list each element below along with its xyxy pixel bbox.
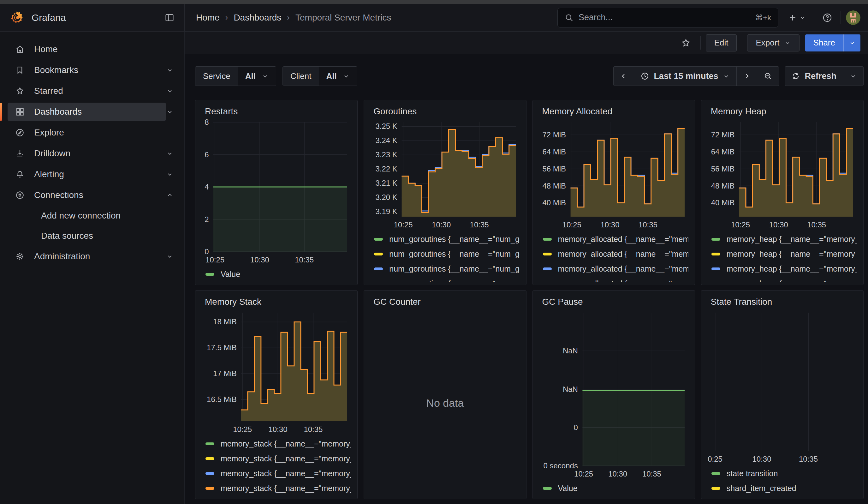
legend-item[interactable]: memory_allocated {__name__="memo <box>543 232 689 247</box>
time-range-picker[interactable]: Last 15 minutes <box>634 66 736 85</box>
panel-title[interactable]: GC Counter <box>373 297 519 307</box>
chart-plot[interactable]: 3.25 K3.24 K3.23 K3.22 K3.21 K3.20 K3.19… <box>371 120 519 229</box>
chart-plot[interactable]: 72 MiB64 MiB56 MiB48 MiB40 MiB10:2510:30… <box>540 120 688 229</box>
legend-item[interactable]: memory_heap {__name__="memory_h <box>711 232 857 247</box>
legend-item[interactable]: memory_heap {__name__="memory_h <box>711 261 857 276</box>
sidebar-item-connections[interactable]: Connections <box>4 185 175 205</box>
sidebar-item-add-new-connection[interactable]: Add new connection <box>4 206 175 225</box>
dashboard-main: Edit Export Share Service All <box>185 32 868 504</box>
search-input[interactable]: Search... ⌘+k <box>557 8 778 28</box>
legend-item[interactable]: memory_allocated {__name__="memo <box>543 261 689 276</box>
help-icon[interactable] <box>819 13 836 23</box>
panel-title[interactable]: GC Pause <box>542 297 689 307</box>
avatar[interactable] <box>846 10 860 25</box>
legend-color-chip <box>206 472 214 475</box>
chevron-down-icon <box>784 40 791 47</box>
legend-item[interactable]: memory_allocated {__name__="memo <box>543 276 689 282</box>
legend-item[interactable]: shard_item_created <box>711 481 857 496</box>
chart-canvas <box>202 120 350 264</box>
legend-item[interactable]: memory_stack {__name__="memory_s <box>206 436 351 451</box>
share-button[interactable]: Share <box>805 34 844 51</box>
sidebar-item-alerting[interactable]: Alerting <box>4 164 175 184</box>
legend-item[interactable]: num_goroutines {__name__="num_go <box>374 232 519 247</box>
sidebar-item-drilldown[interactable]: Drilldown <box>4 143 175 164</box>
search-icon <box>565 13 574 22</box>
chevron-down-icon[interactable] <box>166 150 175 157</box>
sidebar-item-data-sources[interactable]: Data sources <box>4 226 175 246</box>
panel-title[interactable]: Goroutines <box>373 106 519 116</box>
panel-title[interactable]: State Transition <box>711 297 857 307</box>
time-shift-forward-button[interactable] <box>736 66 757 85</box>
legend-color-chip <box>206 487 214 490</box>
legend-color-chip <box>374 238 383 240</box>
legend-item[interactable]: memory_stack {__name__="memory_s <box>206 466 351 481</box>
add-new-button[interactable] <box>785 13 809 22</box>
legend-color-chip <box>711 487 720 490</box>
y-axis-label: 48 MiB <box>708 182 735 191</box>
panel-memory-allocated: Memory Allocated 72 MiB64 MiB56 MiB48 Mi… <box>533 100 695 285</box>
export-button[interactable]: Export <box>747 34 799 51</box>
chart-plot[interactable]: 8642010:2510:3010:35 <box>202 120 350 264</box>
sidebar-item-explore[interactable]: Explore <box>4 123 175 143</box>
bell-icon <box>14 169 25 179</box>
legend-item[interactable]: memory_stack {__name__="memory_s <box>206 481 351 496</box>
sidebar-item-dashboards[interactable]: Dashboards <box>4 102 175 122</box>
service-filter-value[interactable]: All <box>238 66 276 85</box>
legend-item[interactable]: Value <box>543 481 689 496</box>
panel-title[interactable]: Memory Allocated <box>542 106 689 116</box>
legend-item[interactable]: memory_stack {__name__="memory_s <box>206 451 351 466</box>
home-icon <box>14 44 25 54</box>
sidebar-item-home[interactable]: Home <box>4 39 175 59</box>
favorite-star-icon[interactable] <box>676 38 695 48</box>
zoom-out-button[interactable] <box>757 66 779 85</box>
legend-item[interactable]: state transition <box>711 466 857 481</box>
panel-title[interactable]: Memory Stack <box>205 297 351 307</box>
breadcrumb-home[interactable]: Home <box>196 13 220 23</box>
time-shift-back-button[interactable] <box>613 66 634 85</box>
refresh-icon <box>791 72 800 81</box>
x-axis-label: 10:30 <box>250 256 269 264</box>
y-axis-label: 6 <box>202 150 209 159</box>
chevron-down-icon[interactable] <box>166 171 175 178</box>
x-axis-label: 10:30 <box>432 220 451 229</box>
mega-menu-collapse-icon[interactable] <box>164 12 175 23</box>
refresh-interval-caret[interactable] <box>843 66 863 85</box>
panel-memory-heap: Memory Heap 72 MiB64 MiB56 MiB48 MiB40 M… <box>701 100 864 285</box>
sidebar-item-starred[interactable]: Starred <box>4 81 175 101</box>
legend-label: memory_stack {__name__="memory_s <box>221 454 351 463</box>
chevron-down-icon[interactable] <box>166 108 175 116</box>
chevron-up-icon[interactable] <box>166 192 175 199</box>
legend-item[interactable]: num_goroutines {__name__="num_go <box>374 276 519 282</box>
chevron-down-icon[interactable] <box>166 87 175 95</box>
refresh-button[interactable]: Refresh <box>785 66 843 85</box>
grafana-logo[interactable] <box>9 10 24 25</box>
share-dropdown-caret[interactable] <box>844 34 860 51</box>
chart-plot[interactable]: NaNNaN00 seconds10:2510:3010:35 <box>540 310 688 479</box>
sidebar-item-administration[interactable]: Administration <box>4 246 175 267</box>
y-axis-label: 2 <box>202 215 209 224</box>
panel-title[interactable]: Memory Heap <box>711 106 857 116</box>
breadcrumb: Home › Dashboards › Temporal Server Metr… <box>196 4 391 31</box>
sidebar-item-bookmarks[interactable]: Bookmarks <box>4 60 175 80</box>
x-axis-label: 10:35 <box>295 256 314 264</box>
chevron-down-icon <box>723 72 730 80</box>
client-filter-value[interactable]: All <box>319 66 356 85</box>
legend-item[interactable]: memory_heap {__name__="memory_h <box>711 247 857 261</box>
app-title[interactable]: Grafana <box>32 12 66 23</box>
legend-item[interactable]: num_goroutines {__name__="num_go <box>374 261 519 276</box>
legend-item[interactable]: Value <box>206 267 351 282</box>
x-axis-label: 10:30 <box>268 425 287 434</box>
chart-plot[interactable]: 72 MiB64 MiB56 MiB48 MiB40 MiB10:2510:30… <box>708 120 856 229</box>
legend-item[interactable]: num_goroutines {__name__="num_go <box>374 247 519 261</box>
legend-item[interactable]: memory_heap {__name__="memory_h <box>711 276 857 282</box>
panel-title[interactable]: Restarts <box>205 106 351 116</box>
breadcrumb-dashboards[interactable]: Dashboards <box>234 13 281 23</box>
chart-plot[interactable]: 18 MiB17.5 MiB17 MiB16.5 MiB10:2510:3010… <box>202 310 350 434</box>
chevron-down-icon[interactable] <box>166 253 175 260</box>
edit-button[interactable]: Edit <box>706 34 737 51</box>
dashboard-toolbar: Edit Export Share <box>185 32 868 54</box>
chart-plot[interactable]: 0:2510:3010:35 <box>708 310 856 464</box>
chevron-down-icon[interactable] <box>166 66 175 74</box>
legend-item[interactable]: memory_allocated {__name__="memo <box>543 247 689 261</box>
x-axis-label: 10:25 <box>206 256 225 264</box>
